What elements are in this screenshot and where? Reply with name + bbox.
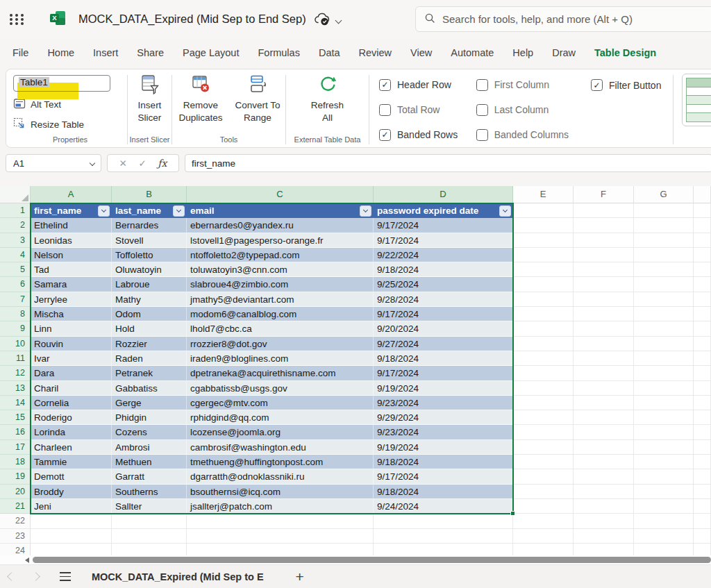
cell-F8[interactable] [574,307,634,321]
cell-G12[interactable] [634,366,694,380]
document-title[interactable]: MOCK_DATA_Expired (Mid Sep to End Sep) [78,12,306,26]
sheet-tab[interactable]: MOCK_DATA_Expired (Mid Sep to E [92,571,264,582]
cell-C14[interactable]: cgergec@mtv.com [187,396,374,410]
cell-F15[interactable] [574,410,634,425]
cell-G14[interactable] [634,396,694,410]
cell-C22[interactable] [187,514,374,528]
cell-F14[interactable] [574,396,634,410]
cell-h20[interactable] [694,485,711,499]
search-input[interactable] [442,13,705,25]
cell-A12[interactable]: Dara [31,366,112,380]
row-header-4[interactable]: 4 [0,248,31,262]
cell-G19[interactable] [634,469,694,484]
cell-A15[interactable]: Roderigo [31,410,112,425]
table-name-input[interactable]: Table1 [13,75,110,92]
row-header-20[interactable]: 20 [0,485,31,499]
cell-B15[interactable]: Phidgin [112,410,187,425]
cell-h16[interactable] [694,425,711,439]
cell-h8[interactable] [694,307,711,321]
cell-G8[interactable] [634,307,694,321]
scroll-left-arrow-icon[interactable] [25,557,29,563]
cell-G20[interactable] [634,485,694,499]
cell-D20[interactable]: 9/18/2024 [374,485,513,499]
header-cell-first-name[interactable]: first_name [31,203,112,218]
cell-E3[interactable] [513,233,574,248]
all-sheets-menu-icon[interactable] [60,572,71,580]
resize-table-button[interactable]: Resize Table [13,117,127,132]
cell-G3[interactable] [634,233,694,248]
cell-B22[interactable] [112,514,187,528]
add-sheet-button[interactable]: + [296,569,304,584]
enter-icon[interactable]: ✓ [138,158,146,169]
cell-F16[interactable] [574,425,634,439]
cell-G7[interactable] [634,292,694,307]
fill-handle[interactable] [510,511,515,516]
cell-D24[interactable] [374,544,513,555]
cell-F7[interactable] [574,292,634,307]
cell-C7[interactable]: jmathy5@deviantart.com [187,292,374,307]
row-header-22[interactable]: 22 [0,514,31,528]
cell-A6[interactable]: Samara [31,277,112,292]
cell-G15[interactable] [634,410,694,425]
cell-h13[interactable] [694,381,711,396]
row-header-6[interactable]: 6 [0,277,31,292]
cell-A20[interactable]: Broddy [31,485,112,499]
cell-F9[interactable] [574,321,634,336]
cell-C3[interactable]: lstovell1@pagesperso-orange.fr [187,233,374,248]
column-header-E[interactable]: E [513,186,574,203]
cell-D14[interactable]: 9/23/2024 [374,396,513,410]
filter-button[interactable] [98,205,110,217]
cell-F24[interactable] [574,544,634,555]
cell-B4[interactable]: Toffoletto [112,248,187,262]
checkbox-first-column[interactable]: First Column [476,72,591,97]
tab-review[interactable]: Review [359,47,392,58]
next-sheet-icon[interactable] [31,572,40,581]
cell-h4[interactable] [694,248,711,262]
row-header-5[interactable]: 5 [0,262,31,277]
cell-G17[interactable] [634,440,694,455]
cell-E14[interactable] [513,396,574,410]
cell-E9[interactable] [513,321,574,336]
tab-file[interactable]: File [12,47,28,58]
cell-D21[interactable]: 9/24/2024 [374,499,513,514]
cell-C9[interactable]: lhold7@cbc.ca [187,321,374,336]
tab-automate[interactable]: Automate [451,47,494,58]
cell-E15[interactable] [513,410,574,425]
row-header-16[interactable]: 16 [0,425,31,439]
cell-D2[interactable]: 9/17/2024 [374,218,513,233]
cell-A2[interactable]: Ethelind [31,218,112,233]
column-header-partial[interactable] [694,186,711,203]
refresh-all-button[interactable]: Refresh All [306,72,349,124]
cell-C10[interactable]: rrozzier8@dot.gov [187,337,374,351]
row-header-9[interactable]: 9 [0,321,31,336]
cell-h14[interactable] [694,396,711,410]
cell-F4[interactable] [574,248,634,262]
tab-table-design[interactable]: Table Design [594,47,656,58]
filter-button[interactable] [499,205,511,217]
scrollbar-thumb[interactable] [33,557,711,563]
cell-E6[interactable] [513,277,574,292]
cell-h11[interactable] [694,351,711,366]
cell-F5[interactable] [574,262,634,277]
cell-A13[interactable]: Charil [31,381,112,396]
tab-data[interactable]: Data [319,47,340,58]
header-cell-email[interactable]: email [187,203,374,218]
tab-help[interactable]: Help [512,47,533,58]
tab-formulas[interactable]: Formulas [258,47,299,58]
cell-D15[interactable]: 9/29/2024 [374,410,513,425]
cell-h18[interactable] [694,455,711,469]
column-header-F[interactable]: F [574,186,634,203]
cell-h9[interactable] [694,321,711,336]
cell-F3[interactable] [574,233,634,248]
cell-D16[interactable]: 9/23/2024 [374,425,513,439]
insert-slicer-button[interactable]: Insert Slicer [132,72,168,124]
cell-E21[interactable] [513,499,574,514]
cell-C2[interactable]: ebernardes0@yandex.ru [187,218,374,233]
prev-sheet-icon[interactable] [7,572,16,581]
cell-D18[interactable]: 9/18/2024 [374,455,513,469]
cell-A5[interactable]: Tad [31,262,112,277]
cell-B20[interactable]: Southerns [112,485,187,499]
checkbox-total-row[interactable]: Total Row [379,97,476,122]
cell-E7[interactable] [513,292,574,307]
tab-view[interactable]: View [410,47,432,58]
